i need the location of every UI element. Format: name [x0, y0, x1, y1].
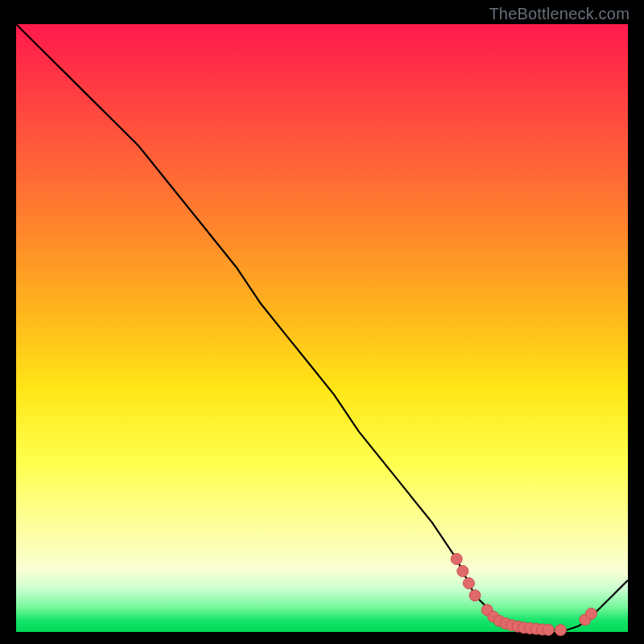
bottleneck-curve — [16, 24, 628, 630]
chart-frame: TheBottleneck.com — [0, 0, 644, 644]
plot-area — [16, 24, 628, 632]
curve-layer — [16, 24, 628, 632]
marker-dot — [469, 590, 481, 601]
marker-dot — [457, 566, 469, 577]
attribution-text: TheBottleneck.com — [489, 5, 630, 23]
marker-dot — [543, 624, 554, 635]
marker-dot — [585, 608, 597, 619]
marker-dot — [463, 578, 474, 589]
markers-group — [451, 553, 597, 635]
marker-dot — [451, 553, 462, 564]
marker-dot — [555, 625, 566, 636]
